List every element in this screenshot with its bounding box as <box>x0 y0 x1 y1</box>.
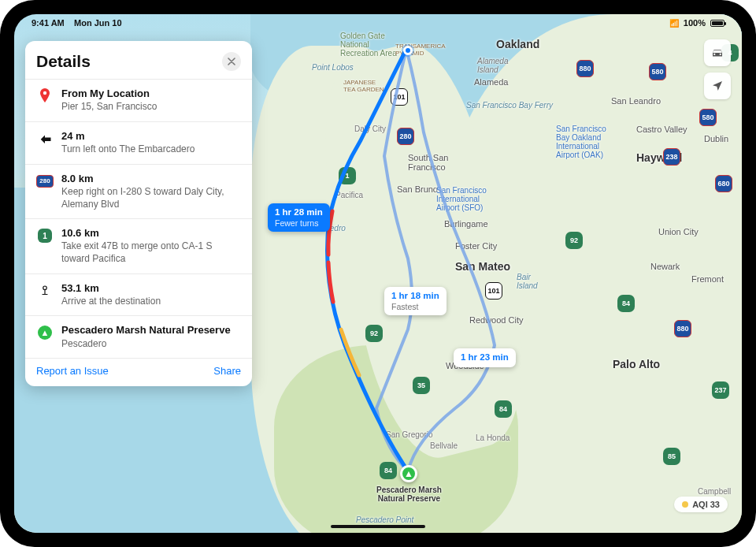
step-title: 8.0 km <box>61 173 241 185</box>
label-campbell: Campbell <box>698 487 731 496</box>
label-foster: Foster City <box>455 241 497 251</box>
arrive-icon <box>36 282 54 300</box>
step-sub: Turn left onto The Embarcadero <box>61 143 195 156</box>
destination-label: Pescadero Marsh Natural Preserve <box>376 486 442 503</box>
step-title: 24 m <box>61 130 195 143</box>
callout-time: 1 hr 23 min <box>461 352 509 363</box>
callout-sub: Fewer turns <box>275 218 323 229</box>
label-burlingame: Burlingame <box>444 219 488 229</box>
hwy-580-icon: 580 <box>699 109 717 126</box>
hwy-880-icon: 880 <box>674 320 691 337</box>
step-sub: Pescadero <box>61 338 231 351</box>
hwy-92-icon: 92 <box>565 232 583 249</box>
label-oakland: Oakland <box>496 38 539 50</box>
hwy-237-icon: 237 <box>712 381 729 399</box>
wifi-icon <box>669 18 679 28</box>
panel-header: Details <box>25 50 252 79</box>
driving-mode-button[interactable] <box>704 39 731 66</box>
aqi-label: AQI 33 <box>692 500 720 509</box>
report-issue-link[interactable]: Report an Issue <box>36 365 109 377</box>
aqi-dot-icon <box>682 501 688 508</box>
route-callout-fastest[interactable]: 1 hr 18 min Fastest <box>384 287 447 315</box>
battery-percent: 100% <box>684 18 706 28</box>
label-ggnra: Golden Gate National Recreation Area <box>340 32 397 58</box>
hwy-238-icon: 238 <box>663 148 680 166</box>
label-pacifica: Pacifica <box>335 191 363 199</box>
label-daly-city: Daly City <box>354 125 386 133</box>
home-indicator[interactable] <box>331 525 425 528</box>
turn-left-icon <box>36 130 54 147</box>
battery-icon <box>710 20 724 27</box>
interstate-280-icon: 280 <box>36 173 54 190</box>
label-redwood: Redwood City <box>469 315 523 325</box>
step-title: Pescadero Marsh Natural Preserve <box>61 324 231 337</box>
hwy-35-icon: 35 <box>413 377 430 394</box>
hwy-84-icon: 84 <box>495 400 512 418</box>
step-sub: Take exit 47B to merge onto CA-1 S towar… <box>61 240 241 265</box>
panel-title: Details <box>36 52 91 71</box>
status-left: 9:41 AM Mon Jun 10 <box>32 18 122 28</box>
label-sfo: San Francisco International Airport (SFO… <box>436 186 487 212</box>
step-sub: Pier 15, San Francisco <box>61 101 157 113</box>
hwy-84-icon: 84 <box>617 295 635 312</box>
map-controls <box>704 39 731 99</box>
label-south-sf: South San Francisco <box>408 153 448 172</box>
label-ferry: San Francisco Bay Ferry <box>466 101 553 110</box>
aqi-badge[interactable]: AQI 33 <box>674 497 728 512</box>
label-tea-garden: JAPANESE TEA GARDEN <box>343 79 384 93</box>
details-panel: Details From My Location Pier 15, San Fr… <box>25 41 252 386</box>
step-i280[interactable]: 280 8.0 km Keep right on I-280 S toward … <box>25 164 252 218</box>
label-union-city: Union City <box>658 227 699 236</box>
label-newark: Newark <box>650 262 680 271</box>
destination-icon: ▲ <box>36 324 54 341</box>
label-fremont: Fremont <box>691 274 724 284</box>
hwy-92-icon: 92 <box>365 325 383 342</box>
step-title: 53.1 km <box>61 282 161 295</box>
hwy-101-icon: 101 <box>485 282 502 300</box>
step-ca1[interactable]: 1 10.6 km Take exit 47B to merge onto CA… <box>25 218 252 273</box>
label-la-honda: La Honda <box>476 434 510 442</box>
hwy-580-icon: 580 <box>649 63 666 80</box>
hwy-880-icon: 880 <box>576 60 594 77</box>
share-link[interactable]: Share <box>213 365 241 377</box>
route-callout-main[interactable]: 1 hr 28 min Fewer turns <box>268 203 330 232</box>
step-arrive[interactable]: 53.1 km Arrive at the destination <box>25 274 252 316</box>
label-oak-airport: San Francisco Bay Oakland International … <box>556 125 606 159</box>
label-point-lobos: Point Lobos <box>312 63 354 72</box>
origin-pin[interactable] <box>403 46 413 55</box>
hwy-101-icon: 101 <box>391 88 408 106</box>
svg-point-1 <box>43 286 47 290</box>
callout-sub: Fastest <box>391 302 439 312</box>
close-button[interactable] <box>222 52 241 71</box>
label-castro-valley: Castro Valley <box>636 125 687 134</box>
step-turn-left[interactable]: 24 m Turn left onto The Embarcadero <box>25 121 252 164</box>
label-bair-island: Bair Island <box>517 273 538 290</box>
origin-pin-icon <box>36 87 54 105</box>
status-bar: 9:41 AM Mon Jun 10 100% <box>14 14 742 32</box>
step-sub: Keep right on I-280 S toward Daly City, … <box>61 186 241 210</box>
screen[interactable]: 9:41 AM Mon Jun 10 100% AQI 33 <box>14 14 742 533</box>
label-san-leandro: San Leandro <box>611 96 661 106</box>
label-san-mateo: San Mateo <box>455 260 510 273</box>
destination-pin[interactable]: ▲ <box>400 465 417 482</box>
label-alameda: Alameda <box>474 77 508 87</box>
status-time: 9:41 AM <box>32 18 65 28</box>
label-san-gregorio: San Gregorio <box>386 430 432 439</box>
hwy-1-icon: 1 <box>339 167 356 184</box>
svg-point-0 <box>43 91 46 95</box>
hwy-84-icon: 84 <box>380 462 397 479</box>
label-pescadero-point: Pescadero Point <box>356 515 413 524</box>
step-title: 10.6 km <box>61 227 241 240</box>
label-alameda-island: Alameda Island <box>477 57 508 74</box>
step-origin[interactable]: From My Location Pier 15, San Francisco <box>25 79 252 121</box>
status-date: Mon Jun 10 <box>74 18 122 28</box>
label-bellvale: Bellvale <box>430 441 458 450</box>
panel-footer: Report an Issue Share <box>25 358 252 381</box>
label-san-bruno: San Bruno <box>397 184 438 194</box>
close-icon <box>228 58 235 65</box>
step-title: From My Location <box>61 87 157 100</box>
step-destination[interactable]: ▲ Pescadero Marsh Natural Preserve Pesca… <box>25 315 252 358</box>
route-callout-alt2[interactable]: 1 hr 23 min <box>454 348 516 367</box>
locate-me-button[interactable] <box>704 73 731 99</box>
ipad-frame: 9:41 AM Mon Jun 10 100% AQI 33 <box>0 0 756 547</box>
